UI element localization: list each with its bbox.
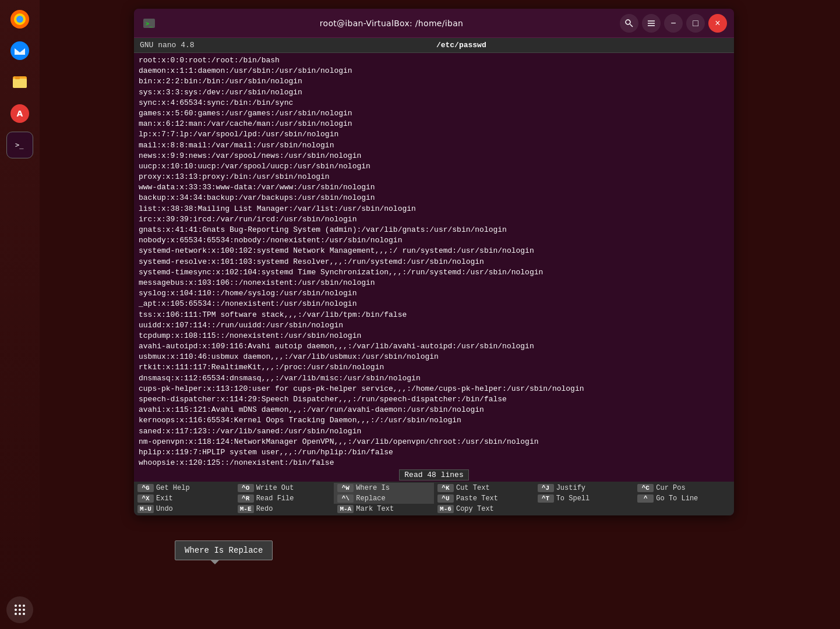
svg-point-2 xyxy=(16,16,23,23)
shortcut-redo[interactable]: M-E Redo xyxy=(234,504,334,514)
nano-editor: GNU nano 4.8 /etc/passwd root:x:0:0:root… xyxy=(134,38,734,515)
taskbar-icon-terminal[interactable]: >_ xyxy=(6,132,33,158)
svg-line-23 xyxy=(630,24,633,27)
shortcut-copy-text[interactable]: M-6 Copy Text xyxy=(434,504,534,514)
nano-header: GNU nano 4.8 /etc/passwd xyxy=(134,38,734,53)
status-badge: Read 48 lines xyxy=(399,469,468,480)
shortcut-write-out[interactable]: ^O Write Out xyxy=(234,483,334,493)
svg-point-17 xyxy=(15,613,17,615)
shortcut-replace[interactable]: ^\ Replace xyxy=(334,493,434,504)
shortcut-cut-text[interactable]: ^K Cut Text xyxy=(434,483,534,493)
shortcut-cur-pos[interactable]: ^C Cur Pos xyxy=(634,483,734,493)
shortcut-paste-text[interactable]: ^U Paste Text xyxy=(434,493,534,504)
shortcut-where-is[interactable]: ^W Where Is xyxy=(334,483,434,493)
svg-text:>_: >_ xyxy=(15,141,24,149)
shortcut-get-help[interactable]: ^G Get Help xyxy=(134,483,234,493)
taskbar-icon-mail[interactable] xyxy=(6,37,33,64)
terminal-window: >_ root@iban-VirtualBox: /home/iban − □ … xyxy=(134,9,734,515)
status-bar: Read 48 lines xyxy=(134,468,734,482)
shortcut-exit[interactable]: ^X Exit xyxy=(134,493,234,504)
minimize-button[interactable]: − xyxy=(664,14,683,33)
close-button[interactable]: × xyxy=(708,14,727,33)
svg-rect-6 xyxy=(15,76,20,79)
shortcut-go-to-line[interactable]: ^ Go To Line xyxy=(634,493,734,504)
svg-point-3 xyxy=(10,41,29,60)
shortcut-justify[interactable]: ^J Justify xyxy=(534,483,634,493)
svg-point-13 xyxy=(23,605,25,607)
taskbar-icon-firefox[interactable] xyxy=(6,6,33,33)
restore-button[interactable]: □ xyxy=(686,14,705,33)
search-button[interactable] xyxy=(620,14,638,33)
nano-filename: /etc/passwd xyxy=(436,41,486,50)
svg-point-19 xyxy=(23,613,25,615)
show-applications-button[interactable] xyxy=(6,596,33,623)
window-controls: − □ × xyxy=(620,14,727,33)
svg-point-18 xyxy=(19,613,21,615)
svg-point-11 xyxy=(15,605,17,607)
nano-version: GNU nano 4.8 xyxy=(140,41,195,50)
shortcut-read-file[interactable]: ^R Read File xyxy=(234,493,334,504)
taskbar-icon-files[interactable] xyxy=(6,69,33,96)
terminal-icon: >_ xyxy=(141,15,157,31)
svg-text:>_: >_ xyxy=(146,20,153,27)
tooltip-where-is-replace: Where Is Replace xyxy=(175,540,273,560)
svg-point-22 xyxy=(626,20,630,24)
titlebar: >_ root@iban-VirtualBox: /home/iban − □ … xyxy=(134,9,734,38)
shortcut-bar: ^G Get Help ^O Write Out ^W Where Is ^K … xyxy=(134,482,734,515)
svg-point-14 xyxy=(15,609,17,611)
svg-point-12 xyxy=(19,605,21,607)
window-title: root@iban-VirtualBox: /home/iban xyxy=(163,19,620,28)
svg-point-16 xyxy=(23,609,25,611)
shortcut-undo[interactable]: M-U Undo xyxy=(134,504,234,514)
svg-rect-5 xyxy=(13,79,27,88)
file-content[interactable]: root:x:0:0:root:/root:/bin/bash daemon:x… xyxy=(134,53,734,468)
menu-button[interactable] xyxy=(642,14,661,33)
shortcut-mark-text[interactable]: M-A Mark Text xyxy=(334,504,434,514)
svg-point-15 xyxy=(19,609,21,611)
shortcut-to-spell[interactable]: ^T To Spell xyxy=(534,493,634,504)
taskbar: A >_ xyxy=(0,0,40,629)
svg-text:A: A xyxy=(17,109,23,118)
taskbar-icon-appstore[interactable]: A xyxy=(6,100,33,127)
